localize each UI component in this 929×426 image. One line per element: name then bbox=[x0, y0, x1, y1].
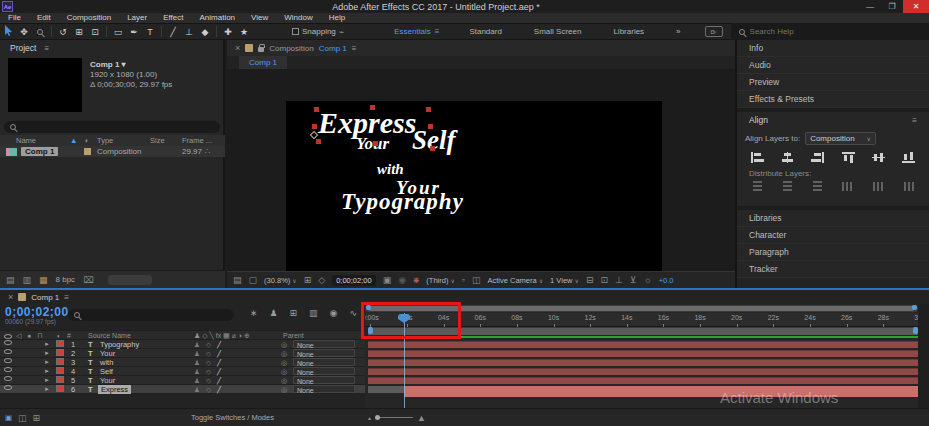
exposure-value[interactable]: +0.0 bbox=[659, 276, 674, 285]
channels-icon[interactable]: ❋ bbox=[413, 276, 419, 285]
draft-3d-icon[interactable]: ♟ bbox=[269, 308, 277, 318]
reset-exposure-icon[interactable]: ☼ bbox=[643, 275, 651, 285]
project-flowchart-button[interactable] bbox=[108, 275, 152, 285]
shy-switch-icon[interactable]: ♟ bbox=[194, 349, 200, 358]
effect-switch-icon[interactable]: ◇ bbox=[206, 367, 211, 376]
layer-name[interactable]: Express bbox=[98, 385, 131, 394]
help-search-box[interactable] bbox=[731, 23, 929, 40]
canvas-text-self[interactable]: Self bbox=[412, 125, 456, 156]
zoom-tool-icon[interactable] bbox=[32, 27, 48, 37]
camera-dropdown[interactable]: Active Camera∨ bbox=[488, 276, 544, 285]
sidebar-panel-header[interactable]: Character bbox=[737, 227, 929, 244]
composition-canvas[interactable]: Express Your Self with Your Typography bbox=[286, 101, 662, 297]
layer-bar-3[interactable] bbox=[368, 359, 918, 366]
layer-name[interactable]: with bbox=[100, 358, 113, 367]
menu-item[interactable]: Effect bbox=[155, 13, 191, 23]
audio-column-icon[interactable]: ◁ bbox=[16, 332, 21, 340]
menu-item[interactable]: View bbox=[243, 13, 276, 23]
expand-arrow-icon[interactable]: ► bbox=[44, 385, 50, 394]
shy-switch-icon[interactable]: ♟ bbox=[194, 340, 200, 349]
align-top-icon[interactable] bbox=[842, 152, 855, 163]
distribute-left-icon[interactable] bbox=[842, 181, 855, 192]
zoom-in-mountain-icon[interactable]: ▲ bbox=[417, 413, 426, 423]
quality-switch-icon[interactable]: ╱ bbox=[217, 358, 221, 367]
column-size[interactable]: Size bbox=[150, 136, 165, 145]
workspace-overflow-chevrons[interactable]: » bbox=[660, 27, 696, 36]
safe-areas-icon[interactable]: ⊞ bbox=[304, 275, 312, 285]
shy-switch-icon[interactable]: ♟ bbox=[194, 367, 200, 376]
quality-switch-icon[interactable]: ╱ bbox=[217, 340, 221, 349]
sidebar-panel-header[interactable]: Libraries bbox=[737, 210, 929, 227]
workspace-standard[interactable]: Standard bbox=[453, 27, 517, 36]
selection-tool-icon[interactable] bbox=[0, 25, 16, 38]
align-bottom-icon[interactable] bbox=[902, 152, 915, 163]
comp-item-name[interactable]: Comp 1 bbox=[21, 147, 58, 156]
timeline-tab[interactable]: Comp 1 bbox=[31, 293, 59, 302]
new-composition-icon[interactable]: ▦ bbox=[39, 275, 48, 285]
timeline-right-scrollbar[interactable] bbox=[918, 304, 929, 408]
distribute-horizontal-center-icon[interactable] bbox=[872, 181, 885, 192]
brush-tool-icon[interactable]: ╱ bbox=[165, 27, 181, 37]
selection-handle[interactable] bbox=[426, 107, 431, 112]
parent-dropdown[interactable]: None∨ bbox=[293, 385, 355, 393]
layer-bar-1[interactable] bbox=[368, 341, 918, 348]
preview-timecode[interactable]: 0;00;02;00 bbox=[332, 275, 375, 286]
lock-icon[interactable] bbox=[258, 47, 264, 52]
label-color-icon[interactable]: ◖ bbox=[84, 136, 89, 145]
hand-tool-icon[interactable]: ✥ bbox=[16, 27, 32, 37]
type-tool-icon[interactable]: T bbox=[142, 27, 158, 37]
clone-stamp-tool-icon[interactable]: ⊥ bbox=[181, 27, 197, 37]
canvas-text-typography[interactable]: Typography bbox=[341, 189, 464, 215]
distribute-right-icon[interactable] bbox=[902, 181, 915, 192]
shy-switch-icon[interactable]: ♟ bbox=[194, 358, 200, 367]
number-column-header[interactable]: # bbox=[67, 332, 71, 339]
selection-handle[interactable] bbox=[430, 146, 435, 151]
align-left-icon[interactable] bbox=[751, 152, 764, 163]
expand-in-out-icon[interactable]: ▣ bbox=[5, 413, 12, 422]
align-horizontal-center-icon[interactable] bbox=[781, 152, 794, 163]
menu-item[interactable]: Composition bbox=[59, 13, 119, 23]
expand-arrow-icon[interactable]: ► bbox=[44, 358, 50, 367]
main-display-icon[interactable]: ▢ bbox=[249, 275, 258, 285]
layer-color-swatch[interactable] bbox=[56, 349, 64, 356]
video-column-icon[interactable] bbox=[4, 334, 12, 339]
interpret-footage-icon[interactable]: ▤ bbox=[6, 275, 15, 285]
timeline-jump-icon[interactable]: ⊥ bbox=[615, 275, 623, 285]
workspace-small-screen[interactable]: Small Screen bbox=[518, 27, 598, 36]
shape-tool-icon[interactable]: ▭ bbox=[110, 27, 126, 37]
layer-name[interactable]: Self bbox=[100, 367, 113, 376]
effect-switch-icon[interactable]: ◇ bbox=[206, 385, 211, 394]
align-panel-header[interactable]: Align ≡ bbox=[737, 112, 929, 128]
layer-color-swatch[interactable] bbox=[56, 340, 64, 347]
resolution-dropdown[interactable]: (Third)∨ bbox=[426, 276, 455, 285]
graph-editor-icon[interactable]: ∿ bbox=[349, 308, 357, 318]
expand-arrow-icon[interactable]: ► bbox=[44, 349, 50, 358]
sidebar-panel-header[interactable]: Effects & Presets bbox=[737, 91, 929, 108]
eye-icon[interactable] bbox=[4, 367, 12, 372]
workspace-essentials[interactable]: Essentials bbox=[378, 27, 434, 36]
quality-switch-icon[interactable]: ╱ bbox=[217, 367, 221, 376]
effect-switch-icon[interactable]: ◇ bbox=[206, 340, 211, 349]
capture-icon[interactable]: ◘▫ bbox=[705, 26, 723, 37]
mask-visibility-icon[interactable]: ◇ bbox=[318, 275, 325, 285]
always-preview-icon[interactable]: ▤ bbox=[233, 275, 242, 285]
selection-handle[interactable] bbox=[373, 141, 378, 146]
close-button[interactable]: ✕ bbox=[903, 0, 929, 13]
zoom-slider-knob[interactable] bbox=[375, 415, 380, 420]
effect-switch-icon[interactable]: ◇ bbox=[206, 358, 211, 367]
eye-icon[interactable] bbox=[4, 340, 12, 345]
lock-column-icon[interactable]: ⊓ bbox=[37, 332, 42, 340]
show-snapshot-icon[interactable]: ◉ bbox=[398, 275, 406, 285]
label-column-icon[interactable]: ◖ bbox=[56, 332, 60, 339]
composition-tab[interactable]: Comp 1 bbox=[239, 56, 287, 69]
distribute-bottom-icon[interactable] bbox=[811, 181, 824, 192]
sidebar-panel-header[interactable]: Info bbox=[737, 40, 929, 57]
timeline-zoom-control[interactable]: ▴ ▲ bbox=[368, 413, 426, 423]
new-folder-icon[interactable]: ▥ bbox=[23, 275, 32, 285]
menu-item[interactable]: File bbox=[0, 13, 29, 23]
layer-row-1[interactable]: ► 1 T Typography ♟◇╱ ◎ None∨ bbox=[0, 340, 365, 349]
eye-icon[interactable] bbox=[4, 358, 12, 363]
snap-options-icon[interactable]: ⌁ bbox=[339, 27, 344, 37]
pickwhip-icon[interactable]: ◎ bbox=[281, 376, 287, 385]
pixel-aspect-icon[interactable]: ⊟ bbox=[586, 275, 594, 285]
